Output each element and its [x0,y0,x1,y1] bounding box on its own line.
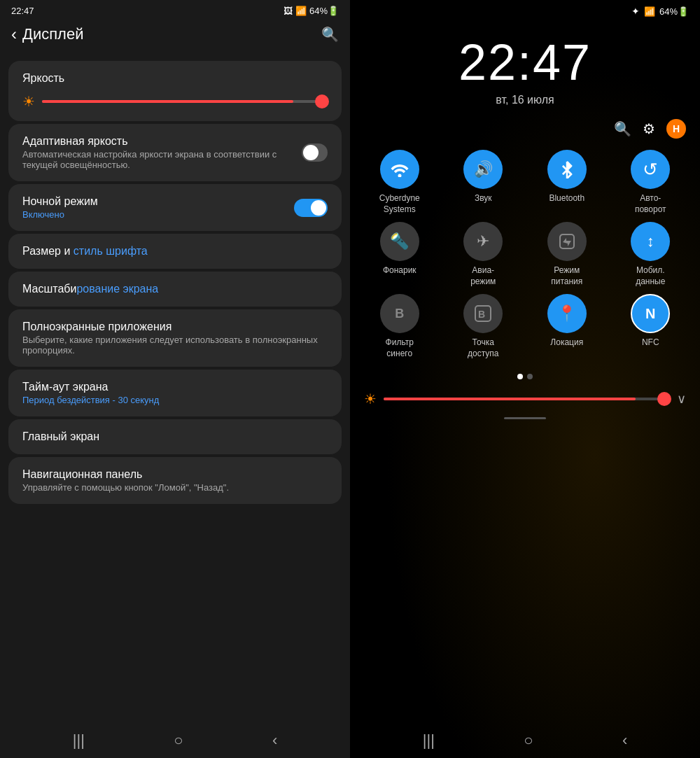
screen-zoom-title: Масштабирование экрана [22,283,328,295]
night-mode-knob [311,200,326,216]
nav-home-button[interactable]: ○ [174,731,183,750]
header-title-row: ‹ Дисплей [11,24,83,44]
home-screen-title: Главный экран [22,430,328,443]
screen-timeout-subtitle: Период бездействия - 30 секунд [22,395,328,405]
blue-filter-tile-icon: B [380,294,419,333]
font-size-title: Размер и стиль шрифта [22,245,328,258]
flashlight-tile-label: Фонарик [383,265,416,276]
qs-settings-icon[interactable]: ⚙ [643,120,655,137]
back-button[interactable]: ‹ [11,24,17,44]
brightness-title: Яркость [22,72,328,85]
night-mode-subtitle: Включено [22,209,98,220]
sun-icon-right: ☀ [364,391,377,407]
status-bar-left: 22:47 🖼 📶 64%🔋 [0,0,350,19]
nav-bar-left: ||| ○ ‹ [0,723,350,758]
nav-recent-button[interactable]: ||| [73,731,85,750]
nav-recent-right[interactable]: ||| [423,731,435,750]
image-icon: 🖼 [284,6,293,16]
hotspot-tile-icon: B [463,294,503,333]
qs-search-icon[interactable]: 🔍 [614,120,631,137]
page-title: Дисплей [22,25,83,43]
wifi-tile-label: CyberdyneSystems [379,193,420,215]
qs-tile-blue-filter[interactable]: B Фильтрсинего [361,294,438,359]
qs-tile-airplane[interactable]: ✈ Авиа-режим [445,222,522,287]
right-panel: ✦ 📶 64%🔋 22:47 вт, 16 июля 🔍 ⚙ H [350,0,700,758]
screen-zoom-colored: рование экрана [76,283,158,295]
fullscreen-apps-item[interactable]: Полноэкранные приложения Выберите, какие… [8,309,342,367]
brightness-slider-right[interactable] [384,398,670,400]
wifi-icon-left: 📶 [295,6,307,16]
night-mode-item[interactable]: Ночной режим Включено [8,184,342,231]
qs-tile-mobile-data[interactable]: ↕ Мобил.данные [612,222,690,287]
page-dots [350,365,700,385]
blue-filter-tile-label: Фильтрсинего [386,337,414,359]
fullscreen-apps-subtitle: Выберите, какие приложения следует испол… [22,335,328,356]
qs-tile-location[interactable]: 📍 Локация [528,294,606,359]
mobile-data-tile-label: Мобил.данные [636,265,665,287]
font-size-colored: стиль шрифта [74,245,148,257]
font-size-section: Размер и стиль шрифта [8,234,342,269]
flashlight-tile-icon: 🔦 [380,222,419,261]
brightness-slider[interactable] [42,100,328,103]
nav-panel-section: Навигационная панель Управляйте с помощь… [8,457,342,504]
time-left: 22:47 [11,6,34,16]
qs-tile-sound[interactable]: 🔊 Звук [445,150,522,215]
brightness-row: ☀ [22,93,328,110]
autorotate-tile-label: Авто-поворот [635,193,666,215]
bottom-divider [504,417,546,419]
airplane-tile-label: Авиа-режим [470,265,496,287]
brightness-section-right: ☀ ∨ [350,385,700,413]
nav-back-button[interactable]: ‹ [272,731,277,750]
brightness-thumb-right [657,392,671,406]
bluetooth-tile-icon [547,150,587,189]
brightness-section: Яркость ☀ [8,61,342,121]
nfc-tile-label: NFC [642,337,659,349]
qs-tile-autorotate[interactable]: ↺ Авто-поворот [612,150,690,215]
adaptive-brightness-item[interactable]: Адаптивная яркость Автоматическая настро… [8,124,342,181]
battery-right: 64%🔋 [659,6,689,17]
sound-tile-label: Звук [475,193,492,204]
right-content: ✦ 📶 64%🔋 22:47 вт, 16 июля 🔍 ⚙ H [350,0,700,758]
home-screen-section: Главный экран [8,419,342,454]
nav-panel-title: Навигационная панель [22,468,328,481]
adaptive-brightness-toggle[interactable] [302,143,328,162]
nav-back-right[interactable]: ‹ [622,731,627,750]
screen-timeout-item[interactable]: Тайм-аут экрана Период бездействия - 30 … [8,370,342,416]
qs-tile-hotspot[interactable]: B Точкадоступа [445,294,522,359]
qs-avatar[interactable]: H [666,119,686,139]
fullscreen-apps-section: Полноэкранные приложения Выберите, какие… [8,309,342,367]
toggle-knob [303,145,318,160]
qs-tile-nfc[interactable]: N NFC [612,294,690,359]
battery-left: 64%🔋 [309,6,339,16]
adaptive-brightness-title: Адаптивная яркость [22,135,302,148]
brightness-expand-icon[interactable]: ∨ [677,391,686,407]
screen-timeout-section: Тайм-аут экрана Период бездействия - 30 … [8,370,342,416]
qs-tile-wifi[interactable]: CyberdyneSystems [361,150,438,215]
search-icon[interactable]: 🔍 [321,26,339,43]
home-screen-item[interactable]: Главный экран [8,419,342,454]
brightness-fill-right [384,398,636,400]
adaptive-brightness-section: Адаптивная яркость Автоматическая настро… [8,124,342,181]
svg-text:B: B [478,309,485,320]
autorotate-tile-icon: ↺ [631,150,670,189]
brightness-thumb [315,94,329,108]
font-size-item[interactable]: Размер и стиль шрифта [8,234,342,269]
screen-zoom-item[interactable]: Масштабирование экрана [8,272,342,307]
adaptive-brightness-subtitle: Автоматическая настройка яркости экрана … [22,149,302,170]
clock-date: вт, 16 июля [350,94,700,106]
mobile-data-tile-icon: ↕ [631,222,670,261]
night-mode-row: Ночной режим Включено [22,195,328,220]
qs-tile-bluetooth[interactable]: Bluetooth [528,150,606,215]
qs-tile-flashlight[interactable]: 🔦 Фонарик [361,222,438,287]
qs-tile-power-saving[interactable]: Режимпитания [528,222,606,287]
nav-home-right[interactable]: ○ [524,731,533,750]
sound-tile-icon: 🔊 [463,150,503,189]
night-mode-toggle[interactable] [294,199,328,217]
nav-panel-item[interactable]: Навигационная панель Управляйте с помощь… [8,457,342,504]
sun-icon: ☀ [22,93,35,110]
svg-point-0 [398,174,401,178]
screen-timeout-title: Тайм-аут экрана [22,381,328,393]
wifi-icon-right: 📶 [644,6,655,17]
display-header: ‹ Дисплей 🔍 [0,19,350,52]
nav-panel-subtitle: Управляйте с помощью кнопок "Ломой", "На… [22,482,328,493]
